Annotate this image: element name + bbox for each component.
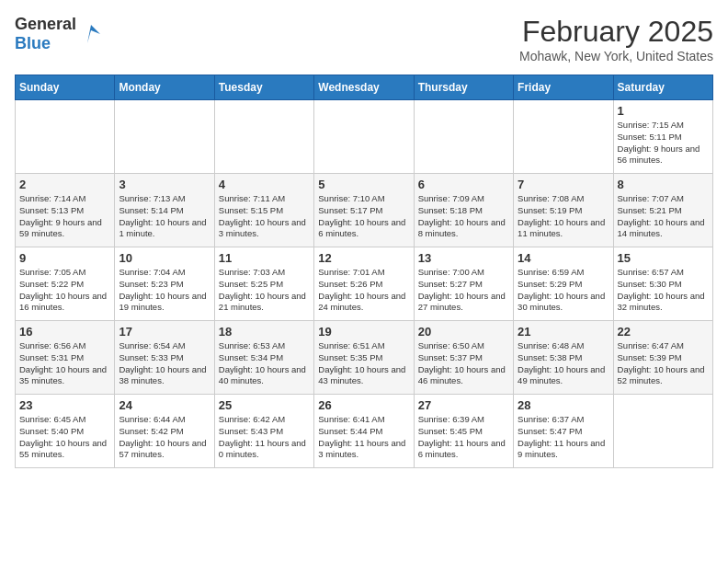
header-cell-tuesday: Tuesday	[214, 75, 313, 100]
day-number: 16	[19, 325, 110, 339]
day-info: Sunrise: 7:11 AM Sunset: 5:15 PM Dayligh…	[219, 193, 310, 240]
header-cell-thursday: Thursday	[414, 75, 513, 100]
day-number: 20	[418, 325, 509, 339]
day-cell: 6Sunrise: 7:09 AM Sunset: 5:18 PM Daylig…	[414, 174, 513, 247]
day-number: 2	[19, 178, 110, 191]
day-number: 12	[318, 251, 409, 265]
day-info: Sunrise: 6:45 AM Sunset: 5:40 PM Dayligh…	[19, 414, 110, 461]
calendar-table: SundayMondayTuesdayWednesdayThursdayFrid…	[15, 75, 713, 468]
day-info: Sunrise: 6:59 AM Sunset: 5:29 PM Dayligh…	[518, 267, 609, 314]
day-number: 7	[518, 178, 609, 191]
day-cell: 21Sunrise: 6:48 AM Sunset: 5:38 PM Dayli…	[514, 321, 613, 395]
day-cell: 28Sunrise: 6:37 AM Sunset: 5:47 PM Dayli…	[514, 395, 613, 468]
day-cell: 4Sunrise: 7:11 AM Sunset: 5:15 PM Daylig…	[214, 174, 313, 247]
day-number: 3	[119, 178, 210, 191]
calendar-body: 1Sunrise: 7:15 AM Sunset: 5:11 PM Daylig…	[16, 100, 713, 468]
day-number: 22	[618, 325, 709, 339]
calendar-title: February 2025	[519, 15, 713, 49]
day-info: Sunrise: 7:10 AM Sunset: 5:17 PM Dayligh…	[318, 193, 409, 240]
calendar-header: SundayMondayTuesdayWednesdayThursdayFrid…	[16, 75, 713, 100]
day-cell: 5Sunrise: 7:10 AM Sunset: 5:17 PM Daylig…	[314, 174, 414, 247]
calendar-subtitle: Mohawk, New York, United States	[519, 49, 713, 63]
title-block: February 2025 Mohawk, New York, United S…	[519, 15, 713, 63]
day-info: Sunrise: 7:14 AM Sunset: 5:13 PM Dayligh…	[19, 193, 110, 240]
logo-text: General Blue	[15, 15, 76, 53]
day-cell: 25Sunrise: 6:42 AM Sunset: 5:43 PM Dayli…	[214, 395, 313, 468]
header-cell-friday: Friday	[514, 75, 613, 100]
day-cell: 15Sunrise: 6:57 AM Sunset: 5:30 PM Dayli…	[613, 247, 712, 321]
day-number: 25	[219, 398, 310, 412]
day-number: 23	[19, 398, 110, 412]
day-info: Sunrise: 6:50 AM Sunset: 5:37 PM Dayligh…	[418, 340, 509, 387]
day-info: Sunrise: 6:54 AM Sunset: 5:33 PM Dayligh…	[119, 340, 210, 387]
day-number: 11	[219, 251, 310, 265]
day-number: 15	[618, 251, 709, 265]
day-cell: 16Sunrise: 6:56 AM Sunset: 5:31 PM Dayli…	[16, 321, 115, 395]
day-info: Sunrise: 6:57 AM Sunset: 5:30 PM Dayligh…	[618, 267, 709, 314]
day-number: 26	[318, 398, 409, 412]
day-cell: 19Sunrise: 6:51 AM Sunset: 5:35 PM Dayli…	[314, 321, 414, 395]
day-cell: 3Sunrise: 7:13 AM Sunset: 5:14 PM Daylig…	[115, 174, 214, 247]
day-info: Sunrise: 7:07 AM Sunset: 5:21 PM Dayligh…	[618, 193, 709, 240]
day-info: Sunrise: 6:53 AM Sunset: 5:34 PM Dayligh…	[219, 340, 310, 387]
week-row-2: 2Sunrise: 7:14 AM Sunset: 5:13 PM Daylig…	[16, 174, 713, 247]
header-cell-sunday: Sunday	[16, 75, 115, 100]
day-info: Sunrise: 7:03 AM Sunset: 5:25 PM Dayligh…	[219, 267, 310, 314]
day-info: Sunrise: 6:56 AM Sunset: 5:31 PM Dayligh…	[19, 340, 110, 387]
day-info: Sunrise: 6:39 AM Sunset: 5:45 PM Dayligh…	[418, 414, 509, 461]
week-row-1: 1Sunrise: 7:15 AM Sunset: 5:11 PM Daylig…	[16, 100, 713, 174]
day-cell: 10Sunrise: 7:04 AM Sunset: 5:23 PM Dayli…	[115, 247, 214, 321]
day-cell: 24Sunrise: 6:44 AM Sunset: 5:42 PM Dayli…	[115, 395, 214, 468]
day-cell	[414, 100, 513, 174]
day-info: Sunrise: 7:09 AM Sunset: 5:18 PM Dayligh…	[418, 193, 509, 240]
day-info: Sunrise: 6:51 AM Sunset: 5:35 PM Dayligh…	[318, 340, 409, 387]
day-cell	[613, 395, 712, 468]
day-info: Sunrise: 7:04 AM Sunset: 5:23 PM Dayligh…	[119, 267, 210, 314]
day-info: Sunrise: 6:41 AM Sunset: 5:44 PM Dayligh…	[318, 414, 409, 461]
day-info: Sunrise: 7:15 AM Sunset: 5:11 PM Dayligh…	[618, 120, 709, 167]
header-cell-saturday: Saturday	[613, 75, 712, 100]
day-number: 27	[418, 398, 509, 412]
day-number: 18	[219, 325, 310, 339]
day-cell: 1Sunrise: 7:15 AM Sunset: 5:11 PM Daylig…	[613, 100, 712, 174]
day-info: Sunrise: 6:42 AM Sunset: 5:43 PM Dayligh…	[219, 414, 310, 461]
day-info: Sunrise: 7:13 AM Sunset: 5:14 PM Dayligh…	[119, 193, 210, 240]
header-cell-wednesday: Wednesday	[314, 75, 414, 100]
day-cell: 22Sunrise: 6:47 AM Sunset: 5:39 PM Dayli…	[613, 321, 712, 395]
day-number: 24	[119, 398, 210, 412]
day-cell: 9Sunrise: 7:05 AM Sunset: 5:22 PM Daylig…	[16, 247, 115, 321]
day-cell: 2Sunrise: 7:14 AM Sunset: 5:13 PM Daylig…	[16, 174, 115, 247]
day-info: Sunrise: 7:00 AM Sunset: 5:27 PM Dayligh…	[418, 267, 509, 314]
day-number: 13	[418, 251, 509, 265]
day-number: 9	[19, 251, 110, 265]
day-info: Sunrise: 7:05 AM Sunset: 5:22 PM Dayligh…	[19, 267, 110, 314]
day-number: 28	[518, 398, 609, 412]
day-cell: 20Sunrise: 6:50 AM Sunset: 5:37 PM Dayli…	[414, 321, 513, 395]
day-cell	[115, 100, 214, 174]
day-info: Sunrise: 6:48 AM Sunset: 5:38 PM Dayligh…	[518, 340, 609, 387]
day-cell: 12Sunrise: 7:01 AM Sunset: 5:26 PM Dayli…	[314, 247, 414, 321]
week-row-5: 23Sunrise: 6:45 AM Sunset: 5:40 PM Dayli…	[16, 395, 713, 468]
header-row: SundayMondayTuesdayWednesdayThursdayFrid…	[16, 75, 713, 100]
week-row-3: 9Sunrise: 7:05 AM Sunset: 5:22 PM Daylig…	[16, 247, 713, 321]
day-cell: 7Sunrise: 7:08 AM Sunset: 5:19 PM Daylig…	[514, 174, 613, 247]
day-number: 14	[518, 251, 609, 265]
logo-icon	[78, 21, 104, 47]
logo-general: General	[15, 15, 76, 33]
day-cell: 8Sunrise: 7:07 AM Sunset: 5:21 PM Daylig…	[613, 174, 712, 247]
day-cell: 26Sunrise: 6:41 AM Sunset: 5:44 PM Dayli…	[314, 395, 414, 468]
day-cell: 17Sunrise: 6:54 AM Sunset: 5:33 PM Dayli…	[115, 321, 214, 395]
day-number: 1	[618, 104, 709, 118]
day-cell	[214, 100, 313, 174]
day-number: 6	[418, 178, 509, 191]
logo-blue: Blue	[15, 34, 51, 52]
day-cell	[16, 100, 115, 174]
day-cell: 27Sunrise: 6:39 AM Sunset: 5:45 PM Dayli…	[414, 395, 513, 468]
day-info: Sunrise: 6:47 AM Sunset: 5:39 PM Dayligh…	[618, 340, 709, 387]
day-cell: 14Sunrise: 6:59 AM Sunset: 5:29 PM Dayli…	[514, 247, 613, 321]
day-cell: 23Sunrise: 6:45 AM Sunset: 5:40 PM Dayli…	[16, 395, 115, 468]
logo: General Blue	[15, 15, 104, 53]
day-info: Sunrise: 7:08 AM Sunset: 5:19 PM Dayligh…	[518, 193, 609, 240]
day-cell: 11Sunrise: 7:03 AM Sunset: 5:25 PM Dayli…	[214, 247, 313, 321]
day-number: 10	[119, 251, 210, 265]
